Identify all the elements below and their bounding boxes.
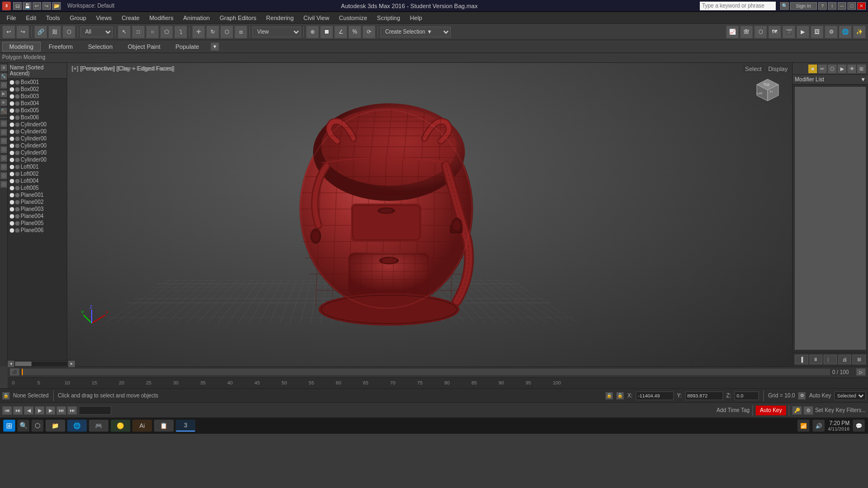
tb-unlink[interactable]: ⛓ xyxy=(48,25,61,38)
menu-animation[interactable]: Animation xyxy=(179,12,214,23)
tb-select-link[interactable]: 🔗 xyxy=(34,25,47,38)
rp-icon-color[interactable]: ■ xyxy=(808,65,817,73)
tl-btn1[interactable]: ⬛ xyxy=(10,368,20,376)
tb-select-circle[interactable]: ○ xyxy=(146,25,159,38)
y-field[interactable]: 8893.872 xyxy=(685,391,723,400)
scene-item-box006[interactable]: Box006 xyxy=(8,114,67,121)
scene-item-cyl3[interactable]: Cylinder00 xyxy=(8,135,67,142)
scene-item-plane001[interactable]: Plane001 xyxy=(8,191,67,198)
tb-schematic[interactable]: 🕸 xyxy=(740,25,753,38)
left-icon-util[interactable]: 🔨 xyxy=(1,108,7,114)
taskbar-network[interactable]: 📶 xyxy=(797,420,809,432)
rp-btn2[interactable]: ⏸ xyxy=(809,355,823,364)
anim-next-frame[interactable]: ▶ xyxy=(46,406,55,415)
status-lock3[interactable]: 🔓 xyxy=(616,392,624,400)
taskbar-3dsmax[interactable]: 3 xyxy=(176,420,195,432)
rp-btn5[interactable]: ⊞ xyxy=(852,355,866,364)
viewport-clay-btn[interactable]: [Clay + Edged Faces] xyxy=(117,65,174,72)
selected-dropdown[interactable]: Selected xyxy=(834,391,866,400)
search-input[interactable] xyxy=(700,2,776,10)
left-icon-extra3[interactable]: ⬡ xyxy=(1,138,7,144)
left-icon-motion[interactable]: ▶ xyxy=(1,91,7,97)
menu-customize[interactable]: Customize xyxy=(335,12,372,23)
tb-move[interactable]: ✛ xyxy=(192,25,205,38)
scroll-left-btn[interactable]: ◂ xyxy=(8,361,14,367)
scene-item-cyl1[interactable]: Cylinder00 xyxy=(8,121,67,128)
taskbar-volume[interactable]: 🔊 xyxy=(813,420,825,432)
tb-rotate[interactable]: ↻ xyxy=(206,25,219,38)
rp-icon-pencil[interactable]: ✏ xyxy=(818,65,827,73)
modifier-list-dropdown-btn[interactable]: ▼ xyxy=(860,76,866,82)
tb-snap[interactable]: 🔲 xyxy=(320,25,333,38)
x-field[interactable]: -11404.49 xyxy=(636,391,674,400)
menu-file[interactable]: File xyxy=(2,12,21,23)
scene-item-cyl6[interactable]: Cylinder00 xyxy=(8,156,67,163)
select-tab[interactable]: Select xyxy=(743,65,764,73)
anim-set-key[interactable]: 🔑 xyxy=(792,406,802,415)
z-field[interactable]: 0.0 xyxy=(735,391,759,400)
rp-btn4[interactable]: 🖨 xyxy=(838,355,852,364)
taskbar-steam[interactable]: 🎮 xyxy=(89,420,108,432)
selection-dropdown[interactable]: Create Selection ▼ xyxy=(380,27,451,37)
scene-item-loft004[interactable]: Loft004 xyxy=(8,177,67,184)
status-lock-btn[interactable]: 🔒 xyxy=(2,392,10,400)
close-btn[interactable]: ✕ xyxy=(857,2,866,10)
anim-prev-frame[interactable]: ◀ xyxy=(24,406,34,415)
scene-item-plane003[interactable]: Plane003 xyxy=(8,206,67,213)
menu-graph-editors[interactable]: Graph Editors xyxy=(215,12,261,23)
scene-item-cyl2[interactable]: Cylinder00 xyxy=(8,128,67,135)
rp-icon-display2[interactable]: 👁 xyxy=(847,65,856,73)
workspace-selector[interactable]: Workspace: Default xyxy=(63,3,119,9)
taskbar-search[interactable]: 🔍 xyxy=(17,420,29,432)
taskbar-illustrator[interactable]: Ai xyxy=(132,420,152,432)
left-icon-display[interactable]: 👁 xyxy=(1,99,7,106)
title-redo[interactable]: ↪ xyxy=(42,2,51,10)
tb-settings[interactable]: ⚙ xyxy=(825,25,838,38)
h-scrollbar[interactable]: ◂ ▸ xyxy=(8,360,75,367)
menu-views[interactable]: Views xyxy=(92,12,116,23)
tb-snap-pct[interactable]: % xyxy=(348,25,361,38)
tb-select[interactable]: ↖ xyxy=(118,25,131,38)
tb-curve-editor[interactable]: 📈 xyxy=(726,25,739,38)
menu-civil-view[interactable]: Civil View xyxy=(299,12,333,23)
help-btn[interactable]: ? xyxy=(818,2,827,10)
menu-scripting[interactable]: Scripting xyxy=(373,12,405,23)
viewport-persp-btn[interactable]: [Perspective] xyxy=(81,65,116,72)
display-tab[interactable]: Display xyxy=(766,65,790,73)
scene-item-cyl4[interactable]: Cylinder00 xyxy=(8,142,67,149)
anim-play[interactable]: ▶ xyxy=(35,406,44,415)
modifier-list-content[interactable] xyxy=(795,87,866,350)
anim-key-filter[interactable]: ⚙ xyxy=(803,406,813,415)
anim-start[interactable]: ⏮ xyxy=(2,406,12,415)
menu-modifiers[interactable]: Modifiers xyxy=(145,12,178,23)
rp-btn3[interactable]: ⎸ xyxy=(824,355,837,364)
rp-icon-render[interactable]: ▶ xyxy=(838,65,846,73)
taskbar-browser[interactable]: 🌐 xyxy=(67,420,87,432)
minimize-btn[interactable]: ─ xyxy=(838,2,846,10)
anim-end[interactable]: ⏭ xyxy=(67,406,77,415)
tb-scale[interactable]: ⬡ xyxy=(220,25,233,38)
menu-create[interactable]: Create xyxy=(117,12,144,23)
left-icon-extra7[interactable]: ⬡ xyxy=(1,172,7,179)
timeline-track[interactable] xyxy=(22,369,830,375)
taskbar-app5[interactable]: 📋 xyxy=(154,420,174,432)
filter-dropdown[interactable]: All xyxy=(80,27,113,37)
taskbar-file-explorer[interactable]: 📁 xyxy=(46,420,65,432)
menu-group[interactable]: Group xyxy=(65,12,91,23)
tb-scale-uniform[interactable]: ⧈ xyxy=(234,25,247,38)
menu-rendering[interactable]: Rendering xyxy=(262,12,298,23)
scene-item-cyl5[interactable]: Cylinder00 xyxy=(8,149,67,156)
scene-item-box003[interactable]: Box003 xyxy=(8,93,67,100)
title-open[interactable]: 📂 xyxy=(52,2,61,10)
tb-env[interactable]: 🌐 xyxy=(839,25,852,38)
rp-btn1[interactable]: ▐ xyxy=(795,355,808,364)
left-icon-extra8[interactable]: ⬡ xyxy=(1,181,7,188)
left-icon-extra2[interactable]: ⬡ xyxy=(1,129,7,136)
tb-material[interactable]: ⬡ xyxy=(754,25,767,38)
sub-more-btn[interactable]: ▼ xyxy=(210,42,219,51)
left-icon-extra5[interactable]: ⬡ xyxy=(1,155,7,162)
tl-expand-btn[interactable]: ▷ xyxy=(856,368,866,376)
viewport[interactable]: [+] [Perspective] [Clay + Edged Faces] [… xyxy=(67,63,792,367)
scene-item-loft001[interactable]: Loft001 xyxy=(8,163,67,170)
tb-snap-spin[interactable]: ⟳ xyxy=(362,25,375,38)
